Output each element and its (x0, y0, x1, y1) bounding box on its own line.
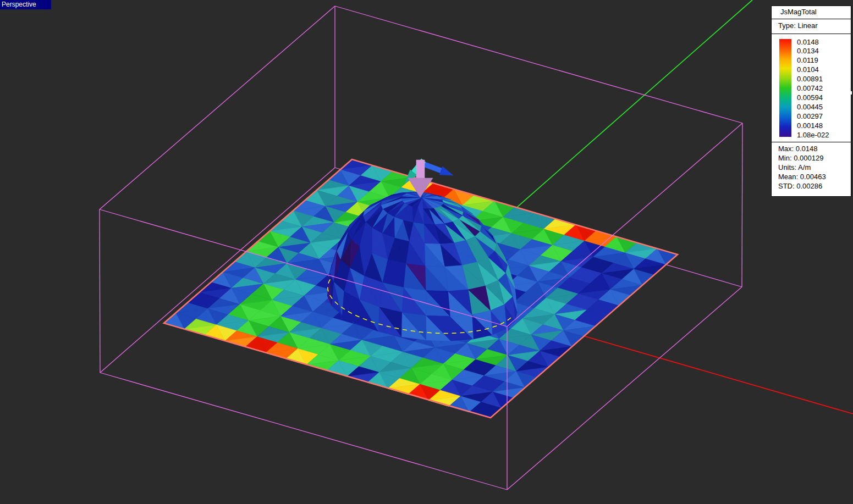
legend-title: JsMagTotal (772, 6, 851, 19)
legend-stat-line: Units: A/m (778, 163, 851, 172)
legend-scale-value: 0.00297 (797, 112, 850, 121)
legend-scale-type: Type: Linear (772, 19, 851, 34)
legend-scale-value: 0.0104 (797, 65, 850, 74)
legend-panel: JsMagTotal Type: Linear 0.01480.01340.01… (771, 5, 851, 197)
legend-colorbar (779, 39, 791, 137)
legend-scale-value: 0.00891 (797, 74, 850, 84)
legend-stat-line: Mean: 0.00463 (778, 172, 851, 181)
legend-stat-line: Max: 0.0148 (778, 144, 851, 153)
scene-canvas (0, 0, 853, 504)
triad-arrow-x (420, 161, 453, 175)
legend-stat-line: STD: 0.00286 (778, 181, 851, 191)
legend-scale-value: 0.0148 (797, 37, 850, 47)
view-mode-label: Perspective (0, 0, 51, 9)
legend-scale-value: 0.00445 (797, 102, 850, 112)
window-edge-dot (849, 91, 852, 95)
legend-scale-value: 0.0134 (797, 46, 850, 56)
legend-scale-value: 0.00594 (797, 93, 850, 102)
legend-scale-value: 1.08e-022 (797, 130, 850, 140)
legend-scale-value: 0.00742 (797, 84, 850, 93)
legend-scale-value: 0.00148 (797, 121, 850, 130)
legend-scale-value: 0.0119 (797, 56, 850, 65)
legend-stats: Max: 0.0148Min: 0.000129Units: A/mMean: … (772, 142, 851, 196)
viewport-3d[interactable]: Perspective JsMagTotal Type: Linear 0.01… (0, 0, 853, 504)
legend-stat-line: Min: 0.000129 (778, 153, 851, 163)
